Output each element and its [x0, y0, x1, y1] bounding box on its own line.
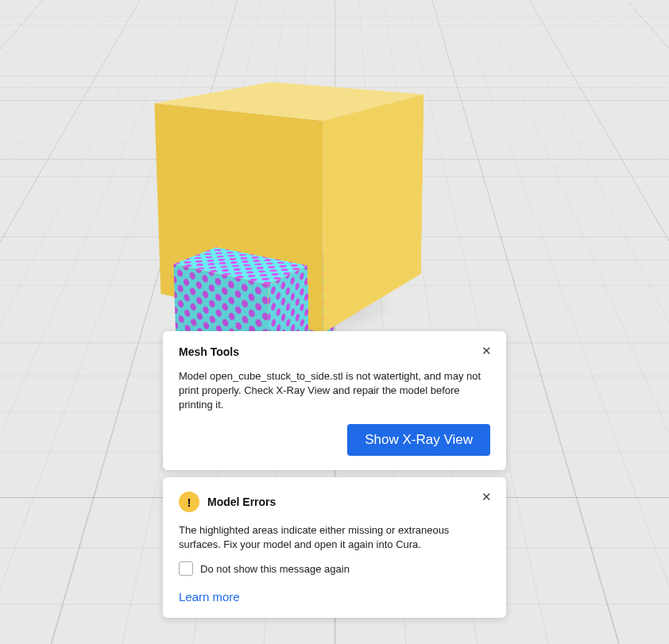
learn-more-link[interactable]: Learn more [179, 590, 490, 604]
dont-show-again-checkbox[interactable] [179, 561, 193, 576]
close-button[interactable]: ✕ [479, 490, 493, 504]
dialog-message: The highlighted areas indicate either mi… [179, 523, 490, 552]
show-xray-view-button[interactable]: Show X-Ray View [347, 424, 490, 456]
dont-show-again-row: Do not show this message again [179, 561, 490, 576]
dialog-title: Model Errors [207, 496, 490, 508]
close-icon: ✕ [481, 490, 492, 504]
close-button[interactable]: ✕ [479, 344, 493, 358]
dialog-message: Model open_cube_stuck_to_side.stl is not… [179, 369, 490, 413]
close-icon: ✕ [481, 344, 492, 358]
model-errors-dialog: ! Model Errors ✕ The highlighted areas i… [163, 477, 506, 618]
mesh-tools-dialog: Mesh Tools ✕ Model open_cube_stuck_to_si… [163, 331, 506, 470]
dialog-title: Mesh Tools [179, 345, 490, 358]
warning-icon: ! [179, 492, 199, 512]
checkbox-label: Do not show this message again [200, 563, 350, 575]
